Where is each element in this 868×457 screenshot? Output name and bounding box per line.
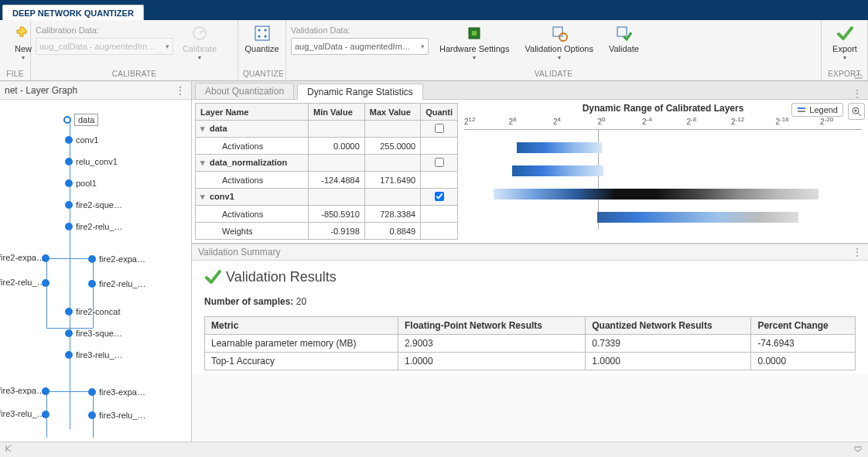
chevron-down-icon: ▾ (198, 54, 201, 61)
dynamic-range-table: Layer Name Min Value Max Value Quanti ▾d… (195, 103, 458, 240)
chip-icon (465, 24, 484, 43)
table-row[interactable]: ▾conv1 (196, 189, 458, 206)
tab-about-quantization[interactable]: About Quantization (195, 83, 294, 99)
chevron-down-icon: ▾ (473, 54, 476, 61)
dynamic-range-chart[interactable]: Dynamic Range of Calibrated Layers Legen… (458, 100, 868, 243)
node-dot[interactable] (65, 223, 73, 230)
node-dot[interactable] (63, 116, 71, 124)
node-dot[interactable] (88, 411, 96, 419)
svg-rect-7 (472, 31, 477, 36)
new-icon (14, 24, 32, 43)
node-label[interactable]: data (74, 114, 98, 126)
table-row[interactable]: Activations-124.4884171.6490 (196, 172, 458, 189)
zoom-in-button[interactable] (848, 103, 865, 120)
num-samples: Number of samples: 20 (204, 296, 856, 307)
expand-icon[interactable] (853, 445, 863, 455)
calibration-data-select[interactable]: aug_calData - augmentedIm… ▾ (36, 38, 173, 55)
table-row[interactable]: ▾data_normalization (196, 155, 458, 172)
validation-data-select[interactable]: aug_valData - augmentedIm… ▾ (291, 38, 429, 55)
svg-point-4 (258, 36, 260, 38)
svg-point-3 (264, 29, 266, 32)
node-dot[interactable] (65, 308, 73, 315)
layer-graph[interactable]: data conv1 relu_conv1 pool1 fire2-sque… … (0, 100, 191, 442)
status-bar (0, 442, 868, 457)
table-row: Top-1 Accuracy1.00001.00000.0000 (205, 353, 856, 370)
table-row[interactable]: ▾data (196, 121, 458, 138)
table-row[interactable]: Activations-850.5910728.3384 (196, 206, 458, 223)
node-dot[interactable] (88, 280, 96, 288)
validation-results-table: Metric Floating-Point Network Results Qu… (204, 316, 856, 370)
svg-point-2 (258, 29, 260, 32)
validate-button[interactable]: Validate (604, 22, 644, 55)
calibrate-button[interactable]: Calibrate ▾ (178, 22, 221, 63)
svg-rect-10 (617, 27, 627, 36)
quantize-checkbox[interactable] (435, 192, 444, 201)
table-row: Learnable parameter memory (MB)2.90030.7… (205, 335, 856, 353)
node-dot[interactable] (65, 136, 73, 144)
app-title-tab[interactable]: DEEP NETWORK QUANTIZER (2, 5, 144, 20)
validation-results-title: Validation Results (204, 268, 856, 285)
title-bar: DEEP NETWORK QUANTIZER (0, 0, 868, 20)
legend-button[interactable]: Legend (791, 103, 843, 117)
svg-rect-8 (553, 27, 562, 36)
check-icon (204, 268, 221, 285)
svg-rect-1 (255, 26, 269, 40)
svg-point-9 (559, 33, 567, 41)
panel-menu-icon[interactable]: ⋮ (853, 247, 862, 257)
quantize-icon (253, 24, 272, 43)
node-dot[interactable] (88, 255, 96, 263)
chevron-down-icon: ▾ (421, 43, 425, 50)
validation-summary-title: Validation Summary (198, 247, 281, 257)
node-dot[interactable] (88, 388, 96, 396)
validation-options-button[interactable]: Validation Options ▾ (521, 22, 598, 63)
node-dot[interactable] (65, 158, 73, 165)
chevron-down-icon: ▾ (558, 54, 561, 61)
quantize-checkbox[interactable] (435, 158, 444, 167)
panel-menu-icon[interactable]: ⋮ (175, 84, 186, 97)
validation-data-label: Validation Data: (291, 26, 429, 35)
svg-point-5 (264, 36, 266, 38)
chevron-down-icon: ▾ (166, 43, 169, 50)
options-icon (550, 24, 569, 43)
calibrate-icon (190, 24, 209, 43)
export-button[interactable]: Export ▾ (826, 22, 863, 63)
chevron-down-icon: ▾ (22, 54, 25, 61)
svg-rect-12 (798, 107, 805, 109)
table-row[interactable]: Activations0.0000255.0000 (196, 138, 458, 155)
chevron-down-icon: ▾ (843, 54, 846, 61)
node-dot[interactable] (65, 351, 73, 359)
panel-menu-icon[interactable]: ⋮ (853, 88, 862, 99)
hardware-settings-button[interactable]: Hardware Settings ▾ (435, 22, 514, 63)
svg-line-15 (858, 113, 861, 116)
validate-icon (614, 24, 633, 43)
node-dot[interactable] (65, 329, 73, 337)
toolstrip: New ▾ FILE Calibration Data: aug_calData… (0, 20, 868, 81)
node-dot[interactable] (65, 179, 73, 187)
collapse-toolstrip-icon[interactable] (853, 71, 864, 79)
layer-graph-title: net - Layer Graph (5, 85, 77, 96)
node-dot[interactable] (65, 201, 73, 209)
check-icon (836, 24, 854, 43)
svg-rect-13 (798, 111, 805, 112)
prev-icon[interactable] (5, 444, 14, 455)
quantize-button[interactable]: Quantize (243, 22, 281, 55)
calibration-data-label: Calibration Data: (36, 26, 173, 35)
quantize-checkbox[interactable] (435, 124, 444, 133)
tab-dynamic-range-statistics[interactable]: Dynamic Range Statistics (297, 84, 423, 100)
table-row[interactable]: Weights-0.91980.8849 (196, 223, 458, 240)
